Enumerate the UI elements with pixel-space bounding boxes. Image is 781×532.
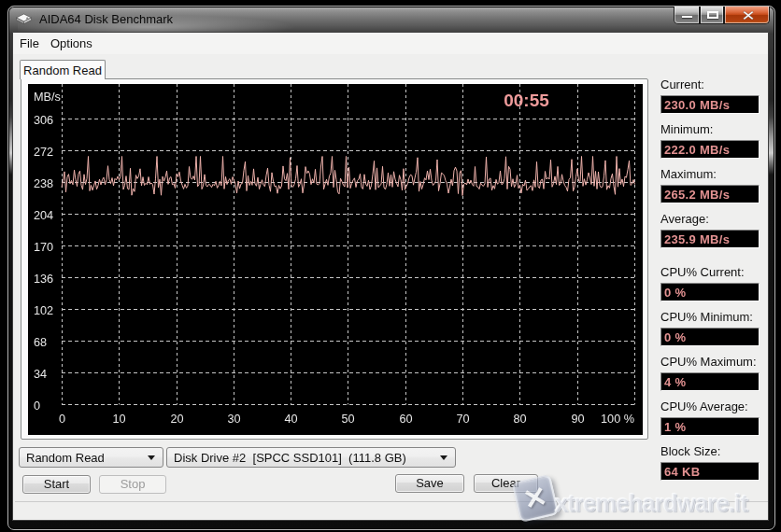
- svg-text:204: 204: [34, 209, 53, 222]
- svg-text:70: 70: [456, 413, 469, 426]
- svg-text:100 %: 100 %: [601, 413, 634, 426]
- svg-text:80: 80: [513, 413, 526, 426]
- svg-text:20: 20: [170, 413, 183, 426]
- svg-text:50: 50: [341, 413, 354, 426]
- svg-text:306: 306: [34, 114, 53, 127]
- svg-text:170: 170: [34, 241, 53, 254]
- svg-text:0: 0: [34, 399, 40, 413]
- svg-text:40: 40: [284, 413, 297, 426]
- svg-text:30: 30: [227, 413, 240, 426]
- svg-text:MB/s: MB/s: [34, 91, 61, 104]
- svg-text:90: 90: [571, 413, 584, 426]
- svg-text:0: 0: [59, 413, 65, 426]
- svg-text:272: 272: [34, 146, 53, 159]
- svg-text:10: 10: [112, 413, 125, 426]
- svg-text:34: 34: [34, 368, 47, 381]
- svg-text:00:55: 00:55: [504, 91, 549, 110]
- svg-text:238: 238: [34, 177, 53, 190]
- svg-text:60: 60: [399, 413, 412, 426]
- svg-text:68: 68: [34, 336, 47, 349]
- svg-text:136: 136: [34, 273, 53, 286]
- svg-text:102: 102: [34, 304, 53, 317]
